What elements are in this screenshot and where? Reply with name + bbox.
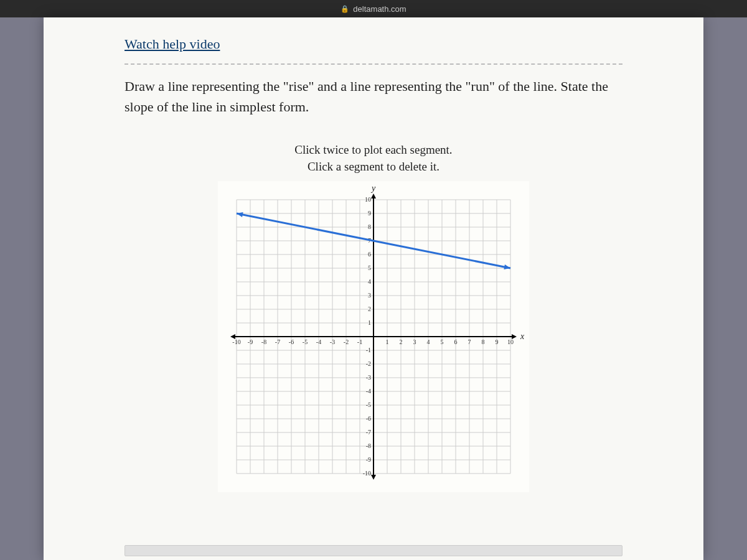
y-tick-label: -7 <box>366 429 371 436</box>
y-tick-label: -3 <box>366 374 371 381</box>
y-tick-label: -4 <box>366 388 371 394</box>
y-axis-label: y <box>370 184 376 193</box>
divider <box>125 63 622 65</box>
instruction-line-2: Click a segment to delete it. <box>125 159 622 175</box>
page-content: Watch help video Draw a line representin… <box>44 17 703 560</box>
y-tick-label: 6 <box>368 251 371 258</box>
axis-arrow <box>371 194 376 198</box>
browser-address-bar: 🔒 deltamath.com <box>0 0 747 17</box>
y-tick-label: 4 <box>368 278 371 285</box>
x-tick-label: 9 <box>496 338 499 345</box>
y-tick-label: -9 <box>366 456 371 463</box>
x-tick-label: -1 <box>357 338 362 345</box>
axis-arrow <box>371 475 376 480</box>
x-tick-label: -2 <box>344 338 349 345</box>
instruction-line-1: Click twice to plot each segment. <box>125 142 622 159</box>
url-text: deltamath.com <box>353 4 406 14</box>
x-tick-label: -3 <box>330 338 335 345</box>
y-tick-label: 9 <box>368 210 371 217</box>
x-tick-label: 5 <box>441 338 444 345</box>
x-tick-label: -10 <box>232 338 240 345</box>
x-tick-label: 7 <box>468 338 471 345</box>
x-axis-label: x <box>520 332 525 341</box>
y-tick-label: -1 <box>366 347 371 353</box>
lock-icon: 🔒 <box>341 5 349 13</box>
x-tick-label: 3 <box>413 338 416 345</box>
y-tick-label: 10 <box>365 196 371 203</box>
x-tick-label: -6 <box>289 338 294 345</box>
x-tick-label: -5 <box>303 338 308 345</box>
y-tick-label: -6 <box>366 415 371 422</box>
y-tick-label: 8 <box>368 223 371 230</box>
x-tick-label: 8 <box>482 338 485 345</box>
x-tick-label: 6 <box>454 338 458 345</box>
watch-help-video-link[interactable]: Watch help video <box>125 36 220 52</box>
x-tick-label: -7 <box>275 338 280 345</box>
question-text: Draw a line representing the "rise" and … <box>125 76 622 117</box>
x-tick-label: -4 <box>316 338 321 345</box>
x-tick-label: 10 <box>507 338 514 345</box>
x-tick-label: 1 <box>386 338 389 345</box>
y-tick-label: -2 <box>366 360 371 367</box>
y-tick-label: 1 <box>368 319 371 326</box>
y-tick-label: 5 <box>368 264 371 271</box>
x-tick-label: 2 <box>400 338 403 345</box>
horizontal-scrollbar[interactable] <box>125 545 622 556</box>
x-tick-label: -8 <box>261 338 266 345</box>
y-tick-label: -10 <box>363 470 371 477</box>
x-tick-label: -9 <box>248 338 253 345</box>
y-tick-label: -5 <box>366 401 371 408</box>
y-tick-label: 2 <box>368 306 371 312</box>
y-tick-label: 3 <box>368 292 371 299</box>
coordinate-graph[interactable]: -10-9-8-7-6-5-4-3-2-112345678910-10-9-8-… <box>218 181 529 492</box>
x-tick-label: 4 <box>427 338 430 345</box>
graph-instructions: Click twice to plot each segment. Click … <box>125 142 622 175</box>
y-tick-label: -8 <box>366 442 371 449</box>
